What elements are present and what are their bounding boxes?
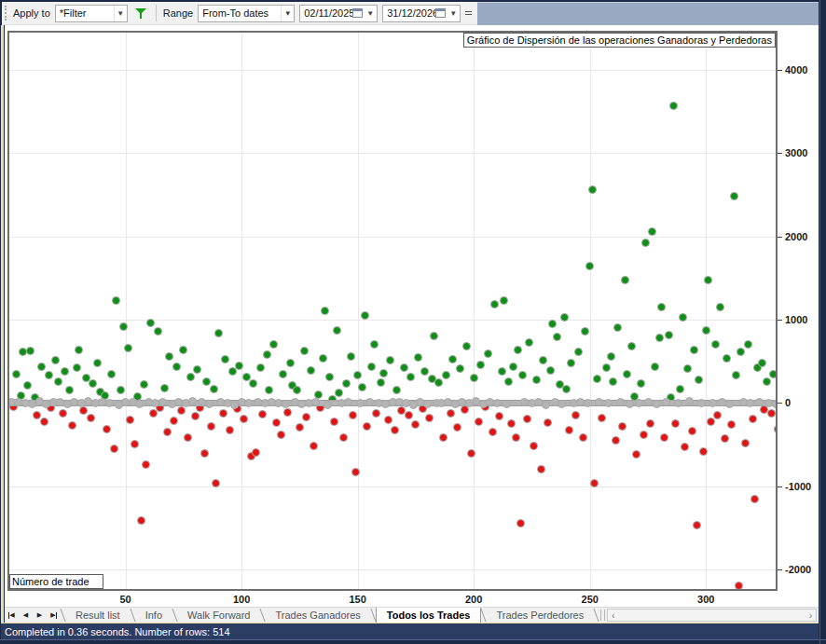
trade-dot	[721, 434, 729, 443]
trade-dot	[226, 426, 234, 434]
trade-dot	[65, 386, 74, 394]
trade-dot	[493, 399, 502, 407]
trade-dot	[688, 427, 696, 435]
trade-dot	[272, 418, 281, 427]
chart-title: Gráfico de Dispersión de las operaciones…	[463, 33, 776, 48]
tab-info[interactable]: Info	[135, 608, 172, 623]
trade-dot	[296, 423, 304, 432]
trade-dot	[126, 416, 134, 424]
date-from-picker[interactable]: 02/11/2025 ▼	[299, 5, 378, 22]
trade-dot	[470, 374, 478, 382]
tab-walk-forward[interactable]: Walk Forward	[177, 608, 260, 623]
trade-dot	[585, 262, 594, 270]
trade-dot	[12, 370, 21, 378]
trade-dot	[609, 377, 617, 386]
chevron-down-icon[interactable]: ▼	[447, 6, 460, 21]
horizontal-scrollbar[interactable]: ‹›	[607, 609, 817, 622]
trade-dot	[693, 521, 701, 529]
last-tab-button[interactable]: ▶	[47, 608, 61, 623]
trade-dot	[581, 327, 589, 336]
trade-dot	[699, 447, 708, 456]
trade-dot	[179, 346, 187, 354]
range-label: Range	[163, 7, 193, 19]
trade-dot	[333, 326, 341, 335]
y-axis-tick-mark	[778, 403, 782, 404]
toolbar-separator	[156, 5, 157, 21]
y-axis-tick-mark	[778, 237, 782, 238]
sheet-tab-strip: ◀◀▶▶Result listInfoWalk ForwardTrades Ga…	[5, 607, 819, 623]
calendar-icon[interactable]	[435, 8, 446, 18]
right-arrow-icon: ▶	[37, 611, 42, 619]
y-axis-tick-label: -2000	[785, 564, 811, 575]
trade-dot	[755, 398, 764, 406]
chevron-down-icon[interactable]: ▼	[114, 6, 127, 21]
trade-dot	[490, 300, 499, 308]
trade-dot	[219, 409, 227, 418]
toolbar-grip-handle[interactable]	[5, 6, 7, 21]
trade-dot	[163, 428, 172, 436]
trade-dot	[711, 340, 720, 349]
previous-tab-button[interactable]: ◀	[19, 608, 33, 623]
trade-dot	[59, 409, 67, 418]
trade-dot	[240, 415, 248, 423]
apply-filter-button[interactable]	[131, 4, 151, 22]
trade-dot	[635, 399, 643, 407]
next-tab-button[interactable]: ▶	[33, 608, 47, 623]
tab-trades-ganadores[interactable]: Trades Ganadores	[265, 608, 370, 623]
trade-dot	[660, 433, 668, 442]
gridline	[590, 33, 591, 589]
trade-dot	[509, 363, 517, 371]
trade-dot	[723, 354, 731, 363]
trade-dot	[184, 433, 192, 442]
trade-dot	[377, 378, 385, 387]
trade-dot	[574, 348, 583, 356]
trade-dot	[342, 379, 351, 388]
trade-dot	[112, 296, 120, 305]
tab-result-list[interactable]: Result list	[65, 608, 131, 623]
trade-dot	[653, 400, 661, 408]
gridline	[9, 320, 776, 321]
toolbar-overflow-button[interactable]	[462, 4, 474, 22]
tabstrip-splitter-handle[interactable]	[600, 610, 605, 621]
chevron-down-icon[interactable]: ▼	[281, 6, 294, 21]
trade-dot	[367, 363, 376, 371]
chevron-down-icon[interactable]: ▼	[364, 6, 377, 21]
trade-dot	[616, 398, 625, 406]
trade-dot	[713, 411, 722, 419]
tab-todos-los-trades[interactable]: Todos los Trades	[376, 608, 482, 623]
x-axis-tick-label: 100	[233, 594, 250, 605]
trade-dot	[265, 386, 273, 394]
trade-dot	[641, 239, 650, 247]
first-tab-button[interactable]: ◀	[5, 608, 19, 623]
trade-dot	[744, 340, 752, 349]
x-axis-tick-label: 150	[349, 594, 365, 605]
trade-dot	[484, 349, 492, 358]
trade-dot	[235, 362, 243, 370]
app-window: Apply to *Filter ▼ Range From-To dates ▼…	[0, 0, 826, 644]
trade-dot	[613, 323, 622, 332]
filter-combobox[interactable]: *Filter ▼	[55, 5, 128, 22]
trade-dot	[384, 416, 392, 424]
trade-dot	[767, 409, 776, 418]
tab-trades-perdedores[interactable]: Trades Perdedores	[486, 608, 594, 623]
calendar-icon[interactable]	[352, 8, 363, 18]
trade-dot	[588, 185, 597, 194]
trade-dot	[453, 423, 461, 432]
trade-dot	[681, 443, 689, 451]
status-bar: Completed in 0.36 seconds. Number of row…	[1, 623, 819, 639]
trade-dot	[648, 227, 656, 236]
trade-dot	[310, 442, 318, 450]
trade-dot	[110, 445, 118, 453]
scroll-right-icon[interactable]: ›	[809, 610, 812, 621]
trade-dot	[502, 400, 511, 408]
date-to-picker[interactable]: 31/12/2026 ▼	[382, 5, 461, 22]
gridline	[9, 237, 776, 238]
scroll-left-icon[interactable]: ‹	[612, 610, 614, 621]
trade-dot	[405, 411, 413, 419]
toolbar: Apply to *Filter ▼ Range From-To dates ▼…	[2, 2, 819, 25]
trade-dot	[258, 410, 267, 418]
trade-dot	[627, 342, 636, 350]
range-mode-combobox[interactable]: From-To dates ▼	[198, 5, 295, 22]
trade-dot	[567, 359, 575, 367]
scatter-chart-panel: Gráfico de Dispersión de las operaciones…	[5, 25, 819, 607]
